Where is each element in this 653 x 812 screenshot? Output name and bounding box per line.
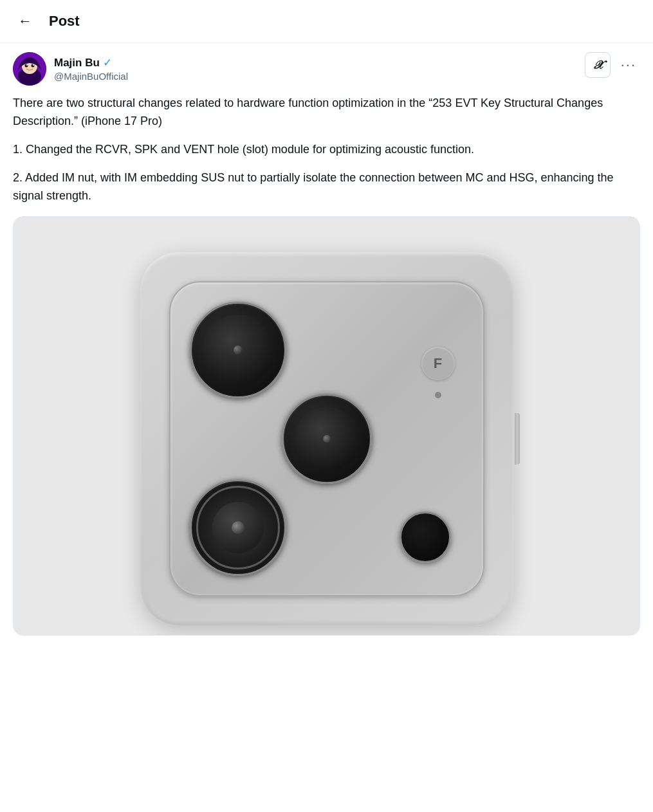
f-label: F [421,347,455,380]
post-actions-right: 𝒳 ··· [585,52,640,78]
avatar-image [13,52,46,86]
phone-side-button [515,413,520,465]
phone-back: F [140,252,513,625]
xai-label: 𝒳 [593,59,602,72]
back-button[interactable]: ← [13,9,37,33]
lens-dot-top-left [234,346,243,355]
author-handle: @MajinBuOfficial [54,71,128,82]
more-dots-icon: ··· [621,57,636,73]
post-paragraph-1: There are two structural changes related… [13,95,640,131]
header: ← Post [0,0,653,42]
author-name: Majin Bu [54,57,100,69]
lens-dot-center [323,435,331,443]
post-image-container[interactable]: F [13,216,640,636]
telephoto-lens [282,394,372,484]
lens-dot-bottom-left [232,521,244,534]
back-arrow-icon: ← [18,13,32,30]
post-paragraph-3: 2. Added IM nut, with IM embedding SUS n… [13,169,640,205]
svg-point-6 [33,64,34,66]
svg-point-3 [25,64,28,68]
page-container: ← Post [0,0,653,636]
lens-inner-center [295,407,359,471]
more-options-button[interactable]: ··· [617,54,640,76]
svg-point-4 [32,64,35,68]
avatar[interactable] [13,52,46,86]
lens-inner-top-left [203,315,273,385]
post-paragraph-2: 1. Changed the RCVR, SPK and VENT hole (… [13,141,640,159]
camera-bump: F [169,281,484,596]
camera-module-image: F [14,217,639,635]
lens-ring [196,486,280,569]
post-container: Majin Bu ✓ @MajinBuOfficial 𝒳 ··· There … [0,43,653,636]
post-text: There are two structural changes related… [13,95,640,205]
wide-angle-lens [190,302,286,398]
verified-badge-icon: ✓ [103,56,112,69]
post-author-area: Majin Bu ✓ @MajinBuOfficial [13,52,128,86]
ultrawide-lens [190,479,286,576]
author-name-row: Majin Bu ✓ [54,56,128,69]
f-label-text: F [434,355,442,372]
lidar-sensor [400,512,451,563]
lens-inner-bottom-left [212,502,264,553]
flash-dot [435,392,441,398]
post-header: Majin Bu ✓ @MajinBuOfficial 𝒳 ··· [13,52,640,86]
author-info: Majin Bu ✓ @MajinBuOfficial [54,56,128,82]
svg-point-5 [26,64,28,66]
xai-button[interactable]: 𝒳 [585,52,611,78]
page-title: Post [49,13,80,30]
